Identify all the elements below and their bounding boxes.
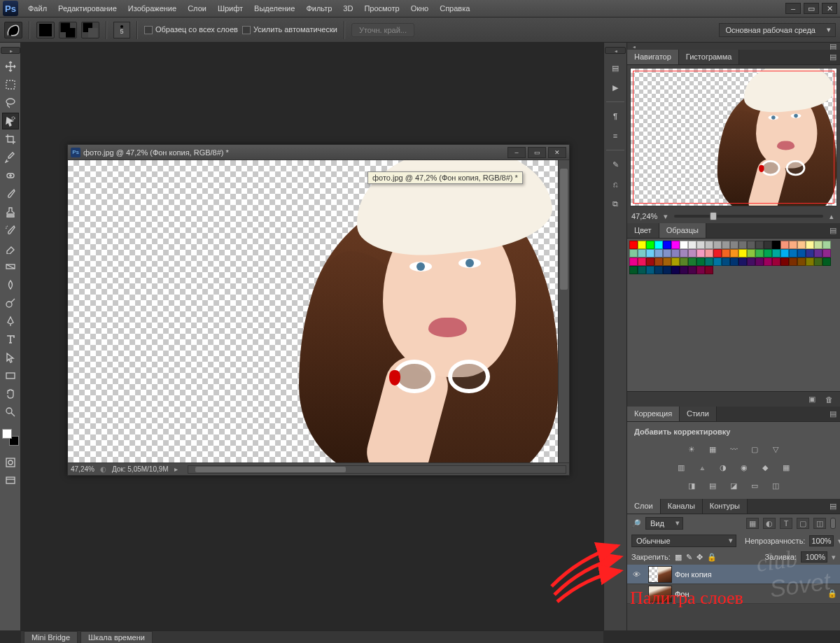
color-swatch[interactable] [705, 249, 713, 257]
menu-layers[interactable]: Слои [182, 1, 212, 15]
color-swatch[interactable] [806, 241, 814, 249]
document-canvas[interactable]: фото.jpg @ 47,2% (Фон копия, RGB/8#) * [68, 160, 558, 462]
rectangle-tool[interactable] [2, 367, 19, 384]
tab-channels[interactable]: Каналы [661, 499, 703, 514]
eraser-tool[interactable] [2, 240, 19, 257]
color-swatch[interactable] [696, 241, 705, 249]
status-info-icon[interactable]: ◐ [100, 465, 106, 473]
marquee-tool[interactable] [2, 76, 19, 93]
color-swatch[interactable] [696, 249, 705, 257]
layer-visibility-toggle[interactable]: 👁 [627, 570, 645, 579]
new-selection-icon[interactable] [36, 22, 55, 38]
lock-all-icon[interactable]: 🔒 [707, 553, 717, 562]
color-swatch[interactable] [814, 249, 822, 257]
color-swatch[interactable] [654, 257, 663, 266]
filter-adjustment-icon[interactable]: ◐ [763, 518, 776, 529]
color-swatch[interactable] [696, 257, 705, 266]
color-swatch[interactable] [688, 241, 696, 249]
color-swatch[interactable] [671, 266, 680, 274]
color-swatch[interactable] [789, 249, 797, 257]
menu-filter[interactable]: Фильтр [300, 1, 337, 15]
screen-mode-toggle[interactable] [2, 472, 19, 489]
color-swatch[interactable] [822, 241, 831, 249]
color-swatch[interactable] [789, 257, 797, 266]
color-swatch[interactable] [629, 241, 638, 249]
menu-select[interactable]: Выделение [248, 1, 300, 15]
selective-color-icon[interactable]: ◫ [769, 479, 783, 492]
tab-mini-bridge[interactable]: Mini Bridge [24, 631, 78, 643]
color-swatch[interactable] [654, 266, 663, 274]
color-swatch[interactable] [671, 241, 680, 249]
color-swatch[interactable] [638, 266, 646, 274]
invert-icon[interactable]: ◨ [685, 479, 699, 492]
subtract-selection-icon[interactable] [81, 22, 99, 38]
levels-icon[interactable]: ▦ [706, 443, 720, 455]
color-swatch[interactable] [814, 257, 822, 266]
dodge-tool[interactable] [2, 295, 19, 311]
color-swatch[interactable] [738, 241, 747, 249]
menu-window[interactable]: Окно [405, 1, 435, 15]
color-swatch[interactable] [747, 257, 755, 266]
pen-tool[interactable] [2, 313, 19, 330]
color-swatch[interactable] [764, 249, 772, 257]
color-swatch[interactable] [638, 249, 646, 257]
type-tool[interactable] [2, 331, 19, 348]
color-swatch[interactable] [638, 257, 646, 266]
stamp-tool[interactable] [2, 204, 19, 220]
color-swatch[interactable] [646, 249, 654, 257]
fill-input[interactable]: 100% [801, 551, 827, 563]
color-swatch[interactable] [680, 249, 688, 257]
doc-close-button[interactable]: ✕ [548, 147, 566, 158]
layer-row[interactable]: ▢ Фон 🔒 [627, 584, 840, 604]
color-swatch[interactable] [780, 257, 789, 266]
menu-type[interactable]: Шрифт [212, 1, 248, 15]
filter-type-icon[interactable]: T [780, 518, 792, 529]
foreground-color-swatch[interactable] [2, 429, 12, 439]
color-swatch[interactable] [780, 241, 789, 249]
tab-timeline[interactable]: Шкала времени [80, 631, 153, 643]
color-swatch[interactable] [730, 241, 738, 249]
color-swatch[interactable] [730, 257, 738, 266]
tab-styles[interactable]: Стили [680, 407, 717, 421]
gradient-tool[interactable] [2, 258, 19, 275]
color-swatch[interactable] [738, 249, 747, 257]
zoom-tool[interactable] [2, 404, 19, 421]
layer-thumbnail[interactable] [648, 566, 672, 583]
menu-3d[interactable]: 3D [337, 1, 358, 15]
delete-swatch-icon[interactable]: 🗑 [823, 395, 834, 404]
lock-transparent-icon[interactable]: ▩ [675, 553, 682, 562]
color-swatch[interactable] [797, 241, 806, 249]
color-swatch[interactable] [646, 257, 654, 266]
lasso-tool[interactable] [2, 94, 19, 111]
color-lookup-icon[interactable]: ▦ [779, 461, 793, 474]
brightness-contrast-icon[interactable]: ☀ [685, 443, 699, 455]
color-swatch[interactable] [654, 249, 663, 257]
color-swatch[interactable] [696, 266, 705, 274]
color-swatch[interactable] [713, 241, 722, 249]
color-swatch[interactable] [671, 257, 680, 266]
color-swatch[interactable] [629, 266, 638, 274]
color-swatch[interactable] [806, 249, 814, 257]
color-swatch[interactable] [663, 241, 671, 249]
window-close-button[interactable]: ✕ [822, 3, 837, 14]
color-swatch[interactable] [747, 241, 755, 249]
add-selection-icon[interactable] [59, 22, 77, 38]
color-swatch[interactable] [722, 257, 730, 266]
filter-smart-icon[interactable]: ◫ [813, 518, 826, 529]
panel-menu-icon[interactable]: ▤ [827, 499, 840, 514]
tab-layers[interactable]: Слои [627, 499, 661, 514]
status-arrow-icon[interactable]: ▸ [174, 465, 178, 473]
color-swatch[interactable] [705, 257, 713, 266]
color-swatch[interactable] [755, 241, 764, 249]
character-panel-icon[interactable]: ¶ [606, 108, 624, 125]
vibrance-icon[interactable]: ▽ [769, 443, 783, 455]
layer-name[interactable]: Фон копия [675, 570, 825, 579]
layer-filter-kind[interactable]: Вид [645, 517, 683, 530]
exposure-icon[interactable]: ▢ [748, 443, 762, 455]
opacity-dd-icon[interactable]: ▾ [838, 537, 840, 546]
paragraph-panel-icon[interactable]: ≡ [606, 127, 624, 144]
color-swatch[interactable] [663, 249, 671, 257]
brush-tool[interactable] [2, 185, 19, 202]
color-swatch[interactable] [688, 249, 696, 257]
layer-row[interactable]: 👁 Фон копия [627, 565, 840, 584]
